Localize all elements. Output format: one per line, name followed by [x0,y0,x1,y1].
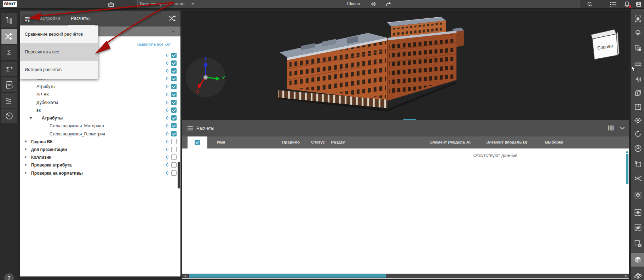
column-header[interactable]: Правило [282,140,300,144]
panel-compare-shuffle-icon[interactable] [168,15,177,22]
row-checkbox[interactable] [171,131,177,136]
hide-eye-icon[interactable] [631,221,644,234]
columns-icon[interactable] [608,125,614,131]
collapse-chevron-icon[interactable] [620,127,625,130]
row-checkbox[interactable] [171,107,177,113]
panel-resize-handle[interactable] [403,119,416,120]
workspace-selector[interactable]: Базовое пространство [140,0,184,8]
tree-group-row[interactable]: Проверка на нормативы0 [20,170,180,177]
tree-row[interactable]: АР-ВК0 [20,91,180,98]
expander-closed-icon[interactable] [25,171,27,174]
tree-group-row[interactable]: Группа ВК0 [20,138,180,145]
column-header[interactable]: Выборка [545,140,563,144]
flip-section-icon[interactable] [631,72,644,86]
expander-closed-icon[interactable] [25,163,27,166]
solid-view-cube-icon[interactable] [631,253,644,267]
help-button[interactable]: ? [4,273,14,280]
tree-row[interactable]: вк0 [20,107,180,114]
tree-group-row[interactable]: Проверка атрибута0 [20,162,180,169]
briefcase-icon[interactable] [108,1,114,7]
floor-plan-icon[interactable] [631,100,644,113]
account-icon[interactable] [636,1,642,7]
sum-add-icon[interactable]: Σ+ [1,62,17,76]
compare-shuffle-icon[interactable] [1,29,17,44]
row-checkbox[interactable] [171,123,177,128]
copy-selection-icon[interactable] [631,41,644,55]
2d-view-icon[interactable]: 2D [1,77,17,92]
row-checkbox[interactable] [171,92,177,97]
tree-row[interactable]: Дубликаты0 [20,99,180,106]
tree-group-row[interactable]: Коллизии0 [20,154,180,161]
environment-tree-icon[interactable] [631,27,644,40]
column-header[interactable]: Элемент (Модель B) [486,140,527,144]
tree-row[interactable]: Стена наружная_Геометрия0 [20,130,180,138]
row-checkbox[interactable] [171,170,177,176]
table-header-row: Имя Правило Статус Раздел Элемент (Модел… [182,136,629,148]
row-checkbox[interactable] [171,53,177,58]
table-scroll-up-arrow[interactable] [626,151,628,153]
table-select-all-checkbox[interactable] [195,140,200,145]
row-checkbox[interactable] [171,84,177,89]
column-header[interactable]: Статус [311,140,325,144]
axis-intersections-icon[interactable]: 12 [631,172,644,185]
expander-closed-icon[interactable] [25,148,27,151]
row-checkbox[interactable] [171,162,177,168]
table-horizontal-scrollbar-track[interactable]: ◀ ▶ [182,274,629,278]
focus-selection-icon[interactable] [631,12,644,25]
table-horizontal-scrollbar-thumb[interactable] [189,274,386,278]
notifications-bell-icon[interactable] [624,1,630,7]
row-checkbox[interactable] [171,100,177,105]
tab-calculations[interactable]: Расчеты [71,16,90,21]
column-header[interactable]: Раздел [331,140,346,144]
select-all-link[interactable]: Выделить всё [137,42,171,46]
row-checkbox[interactable] [171,60,177,66]
dashboard-gauge-icon[interactable] [1,109,17,123]
row-checkbox[interactable] [171,76,177,81]
tree-row[interactable]: Стена наружная_Материал0 [20,122,180,129]
tree-scrollbar-thumb[interactable] [178,162,180,188]
table-vertical-scrollbar[interactable] [626,154,628,184]
charts-icon[interactable] [1,93,17,108]
tree-row[interactable]: Атрибуты0 [20,83,180,90]
show-eye-icon[interactable] [631,206,644,219]
scroll-left-arrow[interactable]: ◀ [184,275,186,278]
panel-menu-icon[interactable] [187,126,193,130]
menu-item-history[interactable]: История расчетов [20,61,98,78]
clear-selection-icon[interactable] [631,237,644,250]
orbit-view-cube-icon[interactable] [631,269,644,280]
workspace-caret-icon [191,3,194,5]
tab-settings[interactable]: Настройки [36,16,60,21]
expander-closed-icon[interactable] [25,140,27,143]
share-icon[interactable] [385,1,391,7]
row-checkbox[interactable] [171,147,177,152]
scroll-right-arrow[interactable]: ▶ [625,275,627,278]
row-checkbox[interactable] [171,68,177,74]
column-header[interactable]: Элемент (Модель A) [430,140,471,144]
project-settings-gear-icon[interactable] [371,1,376,7]
nav-cube[interactable]: Справа [587,25,625,62]
sum-icon[interactable]: Σ [1,45,17,60]
list-menu-icon[interactable] [610,2,616,7]
tree-group-row[interactable]: Атрибуты0 [20,115,180,122]
expander-open-icon[interactable] [29,117,32,119]
s-selection-icon[interactable]: S [631,157,644,170]
expander-closed-icon[interactable] [25,156,27,158]
svg-text:Y: Y [222,75,225,80]
column-header[interactable]: Имя [217,140,225,144]
panel-menu-arrow-button[interactable] [22,14,33,24]
svg-text:+: + [10,65,13,70]
target-point-icon[interactable] [631,113,644,127]
row-checkbox[interactable] [171,154,177,160]
clip-box-icon[interactable] [631,86,644,100]
show-selection-cube-icon[interactable] [631,188,644,202]
flag-point-icon[interactable] [631,142,644,155]
search-icon[interactable] [587,1,593,7]
row-checkbox[interactable] [171,139,177,144]
model-tree-icon[interactable] [1,13,17,28]
menu-item-compare-versions[interactable]: Сравнение версий расчётов [20,25,98,43]
menu-item-recalculate-all[interactable]: Пересчитать все [20,43,98,61]
building-model[interactable] [248,11,481,122]
rotate-circle-icon[interactable] [631,127,644,141]
tree-group-row[interactable]: для презентации0 [20,146,180,153]
row-checkbox[interactable] [171,115,177,121]
